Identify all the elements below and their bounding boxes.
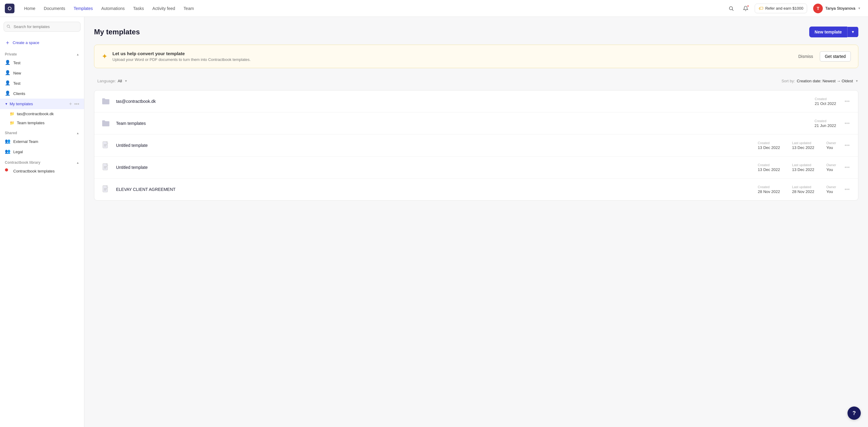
template-row[interactable]: tas@contractbook.dk Created 21 Oct 2022 … [94, 90, 858, 113]
template-name: Untitled template [116, 165, 758, 170]
template-meta: Created 13 Dec 2022 Last updated 13 Dec … [758, 141, 836, 150]
more-options-button[interactable]: ••• [842, 163, 852, 171]
topnav-right: 🏷 Refer and earn $1000 T Tanya Stoyanova… [726, 2, 863, 14]
template-owner: Owner You [827, 163, 836, 172]
sidebar-item-label: Legal [13, 150, 74, 154]
sidebar-item-actions: ＋ ••• [68, 101, 79, 107]
sidebar-item-label: My templates [10, 102, 68, 106]
sidebar-item-legal[interactable]: 👥 Legal ••• [0, 147, 84, 157]
folder-icon: 📁 [10, 121, 14, 125]
nav-team[interactable]: Team [180, 4, 197, 13]
sidebar-item-test2[interactable]: 👤 Test ••• [0, 78, 84, 88]
group-icon: 👥 [5, 149, 11, 155]
new-template-main-button[interactable]: New template [809, 27, 847, 37]
svg-line-5 [9, 27, 10, 28]
more-options-button[interactable]: ••• [842, 185, 852, 193]
sidebar-folder-label: tas@contractbook.dk [17, 112, 74, 116]
new-template-dropdown-button[interactable]: ▼ [847, 27, 858, 37]
sidebar-item-test1[interactable]: 👤 Test ••• [0, 58, 84, 68]
chevron-down-icon: ▼ [858, 7, 861, 10]
nav-templates[interactable]: Templates [70, 4, 96, 13]
topnav-items: Home Documents Templates Automations Tas… [21, 4, 726, 13]
template-created: Created 13 Dec 2022 [758, 141, 780, 150]
banner-subtitle: Upload your Word or PDF documents to tur… [113, 57, 790, 62]
more-options-button[interactable]: ••• [842, 119, 852, 127]
template-updated: Last updated 13 Dec 2022 [792, 141, 814, 150]
page-title: My templates [94, 28, 140, 36]
template-row[interactable]: Untitled template Created 13 Dec 2022 La… [94, 156, 858, 179]
template-meta: Created 21 Oct 2022 [815, 97, 836, 106]
template-meta: Created 21 Jun 2022 [815, 119, 836, 128]
person-icon: 👤 [5, 90, 11, 96]
sidebar-item-my-templates[interactable]: ▼ My templates ＋ ••• [0, 99, 84, 109]
notifications-button[interactable] [740, 3, 751, 14]
get-started-button[interactable]: Get started [820, 51, 851, 62]
refer-button[interactable]: 🏷 Refer and earn $1000 [755, 4, 807, 13]
more-options-icon[interactable]: ••• [74, 101, 79, 107]
folder-icon [100, 96, 111, 107]
tag-icon: 🏷 [758, 6, 764, 11]
add-icon[interactable]: ＋ [68, 101, 73, 107]
user-name: Tanya Stoyanova [825, 6, 855, 10]
template-created: Created 21 Jun 2022 [815, 119, 836, 128]
sidebar-folder-tas[interactable]: 📁 tas@contractbook.dk ••• [0, 109, 84, 118]
sidebar-item-new[interactable]: 👤 New ••• [0, 68, 84, 78]
person-icon: 👤 [5, 60, 11, 66]
library-chevron-icon[interactable]: ▲ [76, 161, 79, 164]
template-row[interactable]: Untitled template Created 13 Dec 2022 La… [94, 134, 858, 156]
template-meta: Created 28 Nov 2022 Last updated 28 Nov … [758, 185, 836, 194]
user-menu-button[interactable]: T Tanya Stoyanova ▼ [811, 2, 863, 14]
topnav: Home Documents Templates Automations Tas… [0, 0, 868, 17]
search-button[interactable] [726, 3, 737, 14]
template-created: Created 28 Nov 2022 [758, 185, 780, 194]
nav-documents[interactable]: Documents [40, 4, 69, 13]
nav-automations[interactable]: Automations [98, 4, 128, 13]
sparkles-icon: ✦ [101, 52, 107, 61]
create-space-label: Create a space [13, 40, 39, 45]
folder-icon [100, 118, 111, 129]
template-updated: Last updated 28 Nov 2022 [792, 185, 814, 194]
banner-title: Let us help convert your template [113, 51, 790, 56]
banner-content: Let us help convert your template Upload… [113, 51, 790, 62]
logo[interactable] [5, 4, 14, 13]
sidebar: ＋ Create a space Private ▲ 👤 Test ••• 👤 … [0, 17, 84, 427]
template-row[interactable]: Team templates Created 21 Jun 2022 ••• [94, 113, 858, 134]
banner-actions: Dismiss Get started [795, 51, 851, 62]
help-button[interactable]: ? [847, 406, 861, 420]
search-input[interactable] [4, 22, 81, 32]
person-icon: 👤 [5, 80, 11, 86]
sort-filter[interactable]: Sort by: Creation date: Newest → Oldest … [781, 79, 858, 83]
sidebar-folder-label: Team templates [17, 121, 74, 125]
filters-row: Language: All ▼ Sort by: Creation date: … [94, 77, 858, 85]
nav-home[interactable]: Home [21, 4, 39, 13]
language-label: Language: [97, 79, 116, 83]
sort-value: Creation date: Newest → Oldest [797, 79, 853, 83]
private-chevron-icon[interactable]: ▲ [76, 53, 79, 56]
template-name: ELEVAY CLIENT AGREEMENT [116, 187, 758, 192]
shared-chevron-icon[interactable]: ▲ [76, 131, 79, 135]
sidebar-item-label: Contractbook templates [13, 169, 79, 173]
sidebar-item-external-team[interactable]: 👥 External Team ••• [0, 136, 84, 147]
new-template-button[interactable]: New template ▼ [809, 27, 858, 37]
nav-tasks[interactable]: Tasks [130, 4, 148, 13]
language-filter[interactable]: Language: All ▼ [94, 77, 131, 85]
sidebar-item-clients[interactable]: 👤 Clients ••• [0, 88, 84, 99]
sidebar-item-contractbook-templates[interactable]: ⬤ Contractbook templates [0, 166, 84, 176]
search-icon [6, 24, 10, 29]
template-created: Created 21 Oct 2022 [815, 97, 836, 106]
chevron-down-icon: ▼ [855, 79, 858, 83]
template-name: Team templates [116, 121, 815, 126]
create-space-button[interactable]: ＋ Create a space [0, 36, 84, 49]
user-avatar: T [813, 4, 823, 13]
sidebar-item-label: External Team [13, 139, 74, 144]
sidebar-item-label: Test [13, 61, 74, 65]
more-options-button[interactable]: ••• [842, 142, 852, 149]
refer-label: Refer and earn $1000 [765, 6, 803, 10]
dismiss-button[interactable]: Dismiss [795, 52, 817, 61]
library-section-label: Contractbook library ▲ [0, 159, 84, 166]
more-options-button[interactable]: ••• [842, 97, 852, 105]
template-row[interactable]: ELEVAY CLIENT AGREEMENT Created 28 Nov 2… [94, 179, 858, 200]
language-value: All [118, 79, 122, 83]
nav-activity-feed[interactable]: Activity feed [149, 4, 179, 13]
sidebar-folder-team-templates[interactable]: 📁 Team templates ••• [0, 118, 84, 127]
